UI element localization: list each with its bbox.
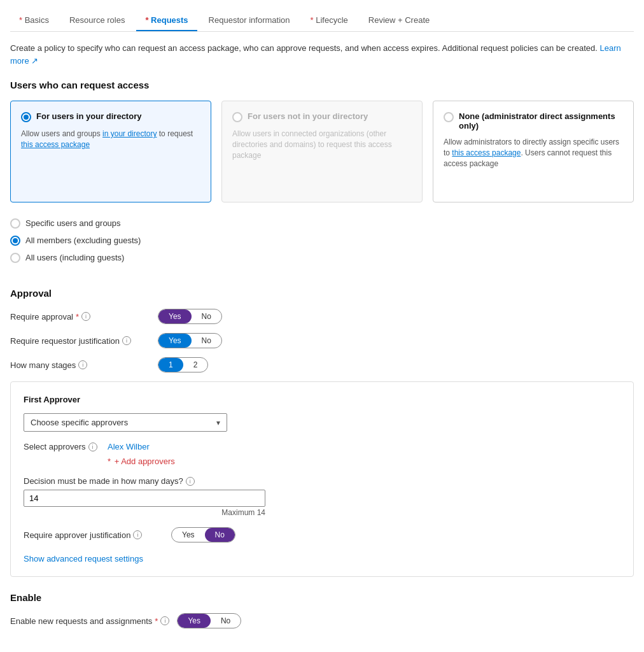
sub-radio-all-users[interactable]: All users (including guests) xyxy=(10,252,634,263)
radio-none-admin[interactable] xyxy=(444,112,454,122)
option-card-none-admin-desc: Allow administrators to directly assign … xyxy=(444,137,623,169)
add-approvers-star: * xyxy=(108,457,113,466)
days-max-label: Maximum 14 xyxy=(24,508,265,517)
enable-yes-btn[interactable]: Yes xyxy=(178,614,211,628)
enable-new-requests-row: Enable new requests and assignments * i … xyxy=(10,613,634,628)
add-approvers-link[interactable]: * + Add approvers xyxy=(108,457,175,466)
enable-new-requests-info-icon[interactable]: i xyxy=(160,616,169,625)
radio-all-users-circle[interactable] xyxy=(10,253,20,263)
enable-section: Enable Enable new requests and assignmen… xyxy=(10,592,634,628)
add-approvers-row: * + Add approvers xyxy=(108,457,620,466)
enable-no-btn[interactable]: No xyxy=(211,614,241,628)
option-card-for-users-in-dir-desc: Allow users and groups in your directory… xyxy=(21,129,200,150)
sub-radio-group: Specific users and groups All members (e… xyxy=(10,218,634,263)
approver-justification-yes-btn[interactable]: Yes xyxy=(172,528,205,542)
how-many-stages-label: How many stages i xyxy=(10,360,150,370)
days-input[interactable] xyxy=(24,490,265,507)
tab-review-create[interactable]: Review + Create xyxy=(360,10,438,31)
option-cards-container: For users in your directory Allow users … xyxy=(10,101,634,202)
radio-for-users-in-dir[interactable] xyxy=(21,112,31,122)
require-requestor-justification-label: Require requestor justification i xyxy=(10,336,150,346)
radio-specific-users-circle[interactable] xyxy=(10,218,20,229)
require-approval-toggle[interactable]: Yes No xyxy=(158,309,222,324)
sub-radio-all-members-label: All members (excluding guests) xyxy=(25,236,141,245)
approver-justification-no-btn[interactable]: No xyxy=(205,528,235,542)
select-approvers-label: Select approvers i xyxy=(24,442,100,451)
tab-basics-label: * Basics xyxy=(19,15,49,25)
first-approver-title: First Approver xyxy=(24,395,620,404)
select-approvers-info-icon[interactable]: i xyxy=(88,443,97,451)
approver-type-dropdown[interactable]: Choose specific approvers ▾ xyxy=(24,413,227,432)
require-approval-no-btn[interactable]: No xyxy=(192,309,221,323)
approval-section: Approval Require approval * i Yes No Req… xyxy=(10,288,634,577)
tab-lifecycle[interactable]: * Lifecycle xyxy=(302,10,357,31)
require-requestor-justification-toggle[interactable]: Yes No xyxy=(158,333,222,348)
tab-requestor-information[interactable]: Requestor information xyxy=(200,10,299,31)
require-requestor-justification-row: Require requestor justification i Yes No xyxy=(10,333,634,348)
enable-section-heading: Enable xyxy=(10,592,634,603)
option-card-for-users-not-in-dir-title: For users not in your directory xyxy=(248,111,368,121)
tab-lifecycle-label: * Lifecycle xyxy=(311,15,348,25)
require-approver-justification-row: Require approver justification i Yes No xyxy=(24,527,620,542)
approver-type-dropdown-label: Choose specific approvers xyxy=(31,418,128,427)
page-description: Create a policy to specify who can reque… xyxy=(10,42,634,67)
enable-new-requests-label: Enable new requests and assignments * i xyxy=(10,616,169,626)
option-card-none-admin-title: None (administrator direct assignments o… xyxy=(459,111,623,131)
tab-resource-roles-label: Resource roles xyxy=(69,15,125,25)
how-many-stages-toggle[interactable]: 1 2 xyxy=(158,357,208,372)
require-approver-justification-toggle[interactable]: Yes No xyxy=(171,527,235,542)
radio-for-users-not-in-dir[interactable] xyxy=(232,112,242,122)
days-info-icon[interactable]: i xyxy=(186,477,195,486)
how-many-stages-row: How many stages i 1 2 xyxy=(10,357,634,372)
option-card-for-users-in-dir-title: For users in your directory xyxy=(36,111,141,121)
stages-2-btn[interactable]: 2 xyxy=(183,358,208,372)
radio-all-members-circle[interactable] xyxy=(10,236,20,246)
require-approver-justification-label: Require approver justification i xyxy=(24,530,164,540)
external-link-icon: ↗ xyxy=(31,56,38,66)
select-approvers-row: Select approvers i Alex Wilber xyxy=(24,442,620,451)
tab-resource-roles[interactable]: Resource roles xyxy=(60,10,134,31)
option-card-for-users-not-in-dir-desc: Allow users in connected organizations (… xyxy=(232,129,412,160)
tab-basics[interactable]: * Basics xyxy=(10,10,58,31)
first-approver-box: First Approver Choose specific approvers… xyxy=(10,381,634,577)
tab-review-create-label: Review + Create xyxy=(368,15,430,25)
require-approver-justification-info-icon[interactable]: i xyxy=(133,530,142,539)
sub-radio-specific-users-label: Specific users and groups xyxy=(25,218,121,228)
tab-requests-label: * Requests xyxy=(145,15,188,25)
require-approval-row: Require approval * i Yes No xyxy=(10,309,634,324)
sub-radio-all-members[interactable]: All members (excluding guests) xyxy=(10,235,634,246)
require-approval-label: Require approval * i xyxy=(10,312,150,322)
approver-name-link[interactable]: Alex Wilber xyxy=(108,442,150,451)
option-card-for-users-not-in-dir[interactable]: For users not in your directory Allow us… xyxy=(221,101,423,202)
require-requestor-justification-info-icon[interactable]: i xyxy=(122,336,131,345)
require-requestor-justification-yes-btn[interactable]: Yes xyxy=(158,334,192,348)
enable-new-requests-toggle[interactable]: Yes No xyxy=(177,613,241,628)
tab-requestor-information-label: Requestor information xyxy=(209,15,290,25)
how-many-stages-info-icon[interactable]: i xyxy=(78,360,87,369)
require-requestor-justification-no-btn[interactable]: No xyxy=(192,334,221,348)
days-label: Decision must be made in how many days? … xyxy=(24,476,620,486)
advanced-request-settings-link[interactable]: Show advanced request settings xyxy=(24,554,143,563)
nav-tabs: * Basics Resource roles * Requests Reque… xyxy=(10,10,634,32)
option-card-for-users-in-dir[interactable]: For users in your directory Allow users … xyxy=(10,101,211,202)
users-section-heading: Users who can request access xyxy=(10,80,634,90)
approval-section-heading: Approval xyxy=(10,288,634,299)
stages-1-btn[interactable]: 1 xyxy=(158,358,183,372)
sub-radio-all-users-label: All users (including guests) xyxy=(25,253,124,262)
option-card-none-admin[interactable]: None (administrator direct assignments o… xyxy=(433,101,634,202)
days-section: Decision must be made in how many days? … xyxy=(24,476,620,517)
sub-radio-specific-users[interactable]: Specific users and groups xyxy=(10,218,634,229)
require-approval-yes-btn[interactable]: Yes xyxy=(158,309,192,323)
require-approval-info-icon[interactable]: i xyxy=(81,312,90,321)
tab-requests[interactable]: * Requests xyxy=(136,10,197,31)
chevron-down-icon: ▾ xyxy=(216,418,220,427)
